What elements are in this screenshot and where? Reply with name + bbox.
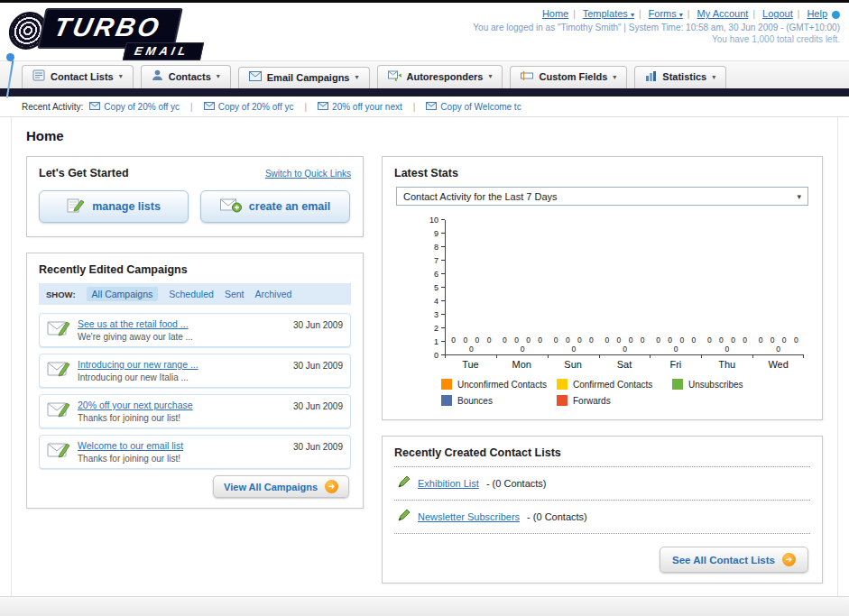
top-nav-forms[interactable]: Forms ▾ (649, 8, 683, 19)
separator (798, 9, 800, 19)
legend-item: Bounces (441, 395, 553, 406)
y-tick-label: 2 (434, 324, 438, 333)
top-nav: Home Templates ▾ Forms ▾ My Account Logo… (473, 8, 840, 19)
recent-activity-item[interactable]: Copy of 20% off yc (204, 102, 294, 112)
campaign-row[interactable]: See us at the retail food ... We're givi… (39, 313, 351, 347)
y-tick-label: 1 (434, 337, 438, 346)
campaign-row[interactable]: 20% off your next purchase Thanks for jo… (39, 394, 351, 428)
tab-email-campaigns[interactable]: Email Campaigns ▾ (238, 67, 370, 88)
campaign-title-link[interactable]: Welcome to our email list (78, 440, 286, 451)
filter-archived[interactable]: Archived (254, 289, 291, 299)
switch-quick-links-link[interactable]: Switch to Quick Links (265, 169, 351, 179)
pencil-paper-icon (67, 198, 85, 216)
campaign-date: 30 Jun 2009 (293, 440, 343, 452)
bar-value-labels: 0 0 0 0 0 (548, 336, 599, 354)
campaign-row[interactable]: Introducing our new range ... Introducin… (39, 354, 351, 388)
separator (688, 9, 690, 19)
chevron-down-icon: ▾ (679, 11, 683, 19)
campaign-edit-icon (47, 400, 70, 423)
campaign-row[interactable]: Welcome to our email list Thanks for joi… (39, 435, 351, 469)
x-axis-category-label: Sun (548, 355, 599, 370)
campaign-edit-icon (47, 318, 70, 342)
chevron-down-icon: ▾ (631, 11, 634, 19)
tab-autoresponders[interactable]: Autoresponders ▾ (377, 65, 503, 88)
filter-all-campaigns[interactable]: All Campaigns (87, 287, 159, 301)
arrow-right-icon: ➜ (782, 553, 796, 566)
see-all-contact-lists-button[interactable]: See All Contact Lists ➜ (660, 547, 808, 573)
blue-dot-decoration (832, 11, 840, 19)
recent-activity-item-label: Copy of Welcome tc (440, 102, 521, 112)
campaign-title-link[interactable]: 20% off your next purchase (78, 400, 286, 410)
legend-label: Unsubscribes (688, 380, 743, 390)
recent-activity-item-label: Copy of 20% off yc (104, 102, 180, 112)
logo-text-email: EMAIL (123, 42, 205, 60)
chevron-down-icon: ▾ (355, 73, 358, 81)
top-nav-logout[interactable]: Logout (762, 8, 793, 19)
header-right: Home Templates ▾ Forms ▾ My Account Logo… (473, 8, 840, 44)
legend-item: Forwards (557, 395, 669, 406)
tab-statistics[interactable]: Statistics ▾ (634, 66, 726, 88)
get-started-panel: Let's Get Started Switch to Quick Links … (26, 156, 364, 237)
tab-contacts[interactable]: Contacts ▾ (141, 65, 231, 88)
create-email-button[interactable]: create an email (200, 190, 350, 223)
top-nav-templates[interactable]: Templates ▾ (583, 8, 634, 19)
y-tick-label: 8 (434, 243, 438, 252)
recent-activity-item[interactable]: Copy of 20% off yc (89, 102, 180, 112)
tab-label: Email Campaigns (267, 72, 350, 83)
x-axis-category-label: Wed (752, 355, 804, 370)
campaign-title-link[interactable]: See us at the retail food ... (78, 318, 286, 329)
envelope-icon (318, 102, 328, 112)
contact-list-detail: - (0 Contacts) (486, 478, 547, 489)
tab-contact-lists[interactable]: Contact Lists ▾ (22, 65, 134, 88)
contact-list-row[interactable]: Exhibition List - (0 Contacts) (394, 467, 810, 501)
contact-list-link[interactable]: Newsletter Subscribers (418, 511, 520, 522)
envelope-icon (89, 102, 100, 112)
filter-scheduled[interactable]: Scheduled (169, 289, 214, 299)
chevron-down-icon: ▾ (613, 73, 616, 81)
legend-label: Forwards (573, 396, 611, 406)
view-all-campaigns-button[interactable]: View All Campaigns ➜ (213, 475, 349, 498)
campaign-date: 30 Jun 2009 (293, 318, 343, 330)
campaigns-title: Recently Edited Campaigns (39, 263, 351, 276)
tab-label: Contact Lists (51, 71, 114, 82)
filter-sent[interactable]: Sent (225, 289, 245, 299)
bar-value-labels: 0 0 0 0 0 (651, 336, 702, 354)
legend-item: Unsubscribes (672, 379, 784, 390)
campaign-date: 30 Jun 2009 (293, 359, 343, 371)
separator (190, 102, 193, 112)
legend-item: Confirmed Contacts (557, 379, 669, 390)
top-nav-home[interactable]: Home (542, 8, 568, 19)
contact-list-row[interactable]: Newsletter Subscribers - (0 Contacts) (394, 501, 810, 534)
recent-activity-item[interactable]: 20% off your next (318, 102, 402, 112)
chart-plot-area: 0 0 0 0 00 0 0 0 00 0 0 0 00 0 0 0 00 0 … (445, 220, 804, 355)
envelope-icon (204, 102, 215, 112)
campaigns-panel: Recently Edited Campaigns SHOW: All Camp… (26, 253, 364, 509)
campaign-title-link[interactable]: Introducing our new range ... (78, 359, 286, 370)
legend-swatch (441, 395, 452, 406)
recent-activity-bar: Recent Activity: Copy of 20% off yc Copy… (0, 97, 849, 117)
x-axis-category-label: Thu (701, 355, 752, 370)
chevron-down-icon: ▾ (797, 192, 801, 201)
top-nav-help[interactable]: Help (807, 8, 827, 19)
manage-lists-label: manage lists (92, 200, 161, 213)
latest-stats-panel: Latest Stats Contact Activity for the La… (382, 156, 823, 420)
tab-custom-fields[interactable]: Custom Fields ▾ (510, 66, 627, 88)
contact-list-link[interactable]: Exhibition List (418, 478, 479, 489)
recent-activity-item[interactable]: Copy of Welcome tc (426, 102, 521, 112)
manage-lists-button[interactable]: manage lists (39, 190, 189, 223)
turbo-email-logo[interactable]: TURBO EMAIL (9, 6, 253, 59)
stats-period-select[interactable]: Contact Activity for the Last 7 Days ▾ (396, 187, 808, 206)
y-tick-label: 5 (434, 283, 438, 292)
recent-activity-item-label: Copy of 20% off yc (218, 102, 294, 112)
campaign-subtitle: Thanks for joining our list! (78, 454, 286, 464)
contact-lists-panel: Recently Created Contact Lists Exhibitio… (382, 436, 823, 584)
legend-label: Unconfirmed Contacts (457, 380, 547, 390)
recent-activity-item-label: 20% off your next (332, 102, 402, 112)
top-nav-my-account[interactable]: My Account (697, 8, 749, 19)
y-tick-label: 7 (434, 256, 438, 265)
legend-swatch (672, 379, 683, 390)
y-tick-label: 6 (434, 270, 438, 279)
bar-value-labels: 0 0 0 0 0 (752, 336, 804, 354)
custom-fields-icon (521, 70, 533, 83)
legend-label: Confirmed Contacts (573, 380, 652, 390)
